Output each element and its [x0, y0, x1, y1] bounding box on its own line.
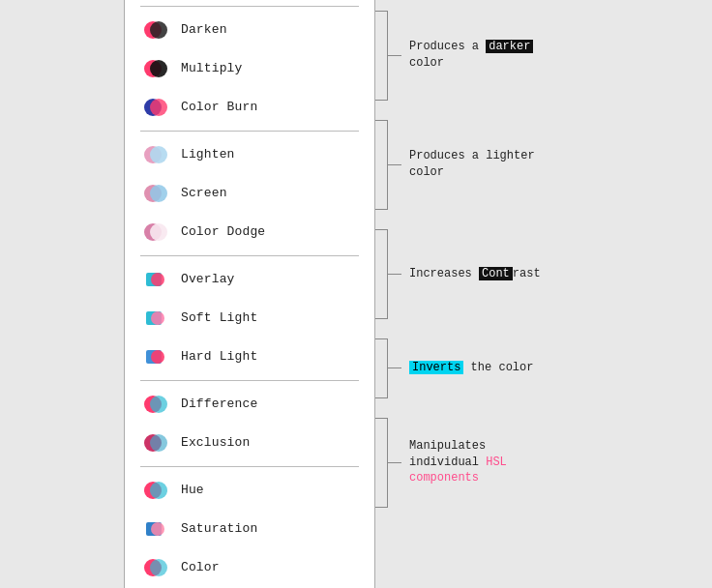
annotation-inverts: Inverts the color: [375, 338, 554, 398]
blend-item-normal[interactable]: Normal: [140, 0, 359, 2]
contrast-annotation-text: Increases Contrast: [409, 266, 554, 282]
inverts-highlight: Inverts: [409, 361, 463, 374]
hue-label: Hue: [181, 483, 204, 497]
overlay-icon: [140, 264, 171, 295]
blend-item-exclusion[interactable]: Exclusion: [140, 424, 359, 462]
overlay-label: Overlay: [181, 272, 235, 286]
divider-3: [140, 255, 359, 256]
svg-point-17: [151, 311, 164, 325]
main-container: Normal Darken Multiply Color Burn: [124, 0, 588, 588]
contrast-highlight: Cont: [479, 267, 513, 280]
svg-point-3: [150, 21, 167, 39]
blend-item-colordodge[interactable]: Color Dodge: [140, 213, 359, 251]
svg-point-29: [150, 559, 167, 576]
darken-icon: [140, 15, 171, 45]
annotation-contrast: Increases Contrast: [375, 229, 554, 319]
blend-item-overlay[interactable]: Overlay: [140, 260, 359, 299]
colordodge-label: Color Dodge: [181, 224, 265, 239]
hue-icon: [140, 475, 171, 506]
multiply-label: Multiply: [181, 61, 242, 75]
annotation-lighter: Produces a lighter color: [375, 120, 554, 210]
svg-point-25: [150, 482, 167, 499]
divider-5: [140, 466, 359, 467]
svg-point-9: [150, 146, 167, 163]
blend-item-multiply[interactable]: Multiply: [140, 49, 359, 88]
annotation-hsl: Manipulates individual HSL components: [375, 418, 554, 508]
svg-point-27: [151, 522, 164, 536]
hsl-annotation-text: Manipulates individual HSL components: [409, 438, 554, 486]
divider-1: [140, 6, 359, 7]
difference-icon: [140, 389, 171, 420]
lighten-label: Lighten: [181, 147, 235, 162]
colorburn-label: Color Burn: [181, 100, 257, 114]
darken-label: Darken: [181, 22, 227, 37]
darker-annotation-text: Produces a darkercolor: [409, 39, 554, 72]
colorburn-icon: [140, 92, 171, 123]
blend-item-colorburn[interactable]: Color Burn: [140, 88, 359, 127]
hardlight-label: Hard Light: [181, 349, 257, 364]
darker-highlight: darker: [486, 40, 533, 53]
saturation-label: Saturation: [181, 521, 257, 536]
blend-item-difference[interactable]: Difference: [140, 385, 359, 424]
softlight-icon: [140, 303, 171, 334]
blend-item-hardlight[interactable]: Hard Light: [140, 338, 359, 376]
blend-item-darken[interactable]: Darken: [140, 11, 359, 49]
exclusion-icon: [140, 427, 171, 458]
softlight-label: Soft Light: [181, 310, 257, 325]
svg-point-19: [151, 350, 164, 364]
blend-list-box: Normal Darken Multiply Color Burn: [124, 0, 375, 588]
blend-item-softlight[interactable]: Soft Light: [140, 299, 359, 338]
multiply-icon: [140, 53, 171, 84]
svg-point-21: [150, 396, 167, 413]
divider-4: [140, 380, 359, 381]
blend-item-lighten[interactable]: Lighten: [140, 135, 359, 174]
annotation-darker: Produces a darkercolor: [375, 11, 554, 101]
saturation-icon: [140, 514, 171, 544]
blend-item-color[interactable]: Color: [140, 548, 359, 587]
color-icon: [140, 552, 171, 583]
blend-item-hue[interactable]: Hue: [140, 471, 359, 510]
svg-point-11: [150, 185, 167, 202]
hardlight-icon: [140, 341, 171, 372]
svg-point-5: [150, 60, 167, 77]
svg-point-7: [150, 99, 167, 116]
blend-item-screen[interactable]: Screen: [140, 174, 359, 213]
colordodge-icon: [140, 217, 171, 248]
lighten-icon: [140, 139, 171, 170]
blend-item-saturation[interactable]: Saturation: [140, 510, 359, 548]
lighter-annotation-text: Produces a lighter color: [409, 148, 554, 181]
svg-point-23: [150, 434, 167, 452]
screen-label: Screen: [181, 186, 227, 200]
svg-point-15: [151, 273, 164, 286]
svg-point-13: [150, 223, 167, 241]
screen-icon: [140, 178, 171, 209]
exclusion-label: Exclusion: [181, 435, 250, 450]
hsl-highlight: HSL components: [409, 456, 507, 485]
inverts-annotation-text: Inverts the color: [409, 360, 554, 376]
divider-2: [140, 131, 359, 132]
color-label: Color: [181, 560, 220, 574]
difference-label: Difference: [181, 397, 257, 411]
